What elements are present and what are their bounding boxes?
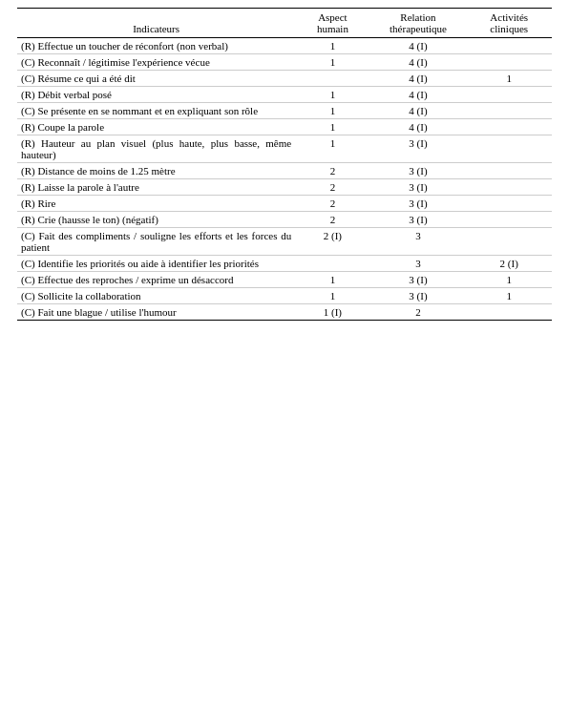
aspect-value: 2 (I) xyxy=(295,228,369,256)
indicateur-cell: (C) Résume ce qui a été dit xyxy=(17,71,295,87)
aspect-value: 1 xyxy=(295,87,369,103)
relation-value: 3 (I) xyxy=(370,272,467,288)
indicateur-cell: (C) Effectue des reproches / exprime un … xyxy=(17,272,295,288)
aspect-value: 2 xyxy=(295,212,369,228)
table-row: (R) Crie (hausse le ton) (négatif)23 (I) xyxy=(17,212,552,228)
aspect-value: 2 xyxy=(295,163,369,179)
activites-value xyxy=(466,38,552,54)
relation-header: Relation thérapeutique xyxy=(370,9,467,38)
aspect-value: 1 xyxy=(295,103,369,119)
indicateur-cell: (R) Laisse la parole à l'autre xyxy=(17,179,295,196)
indicateur-cell: (R) Débit verbal posé xyxy=(17,87,295,103)
table-row: (R) Coupe la parole14 (I) xyxy=(17,119,552,135)
main-container: Indicateurs Aspect humain Relation théra… xyxy=(17,8,552,321)
data-table: Indicateurs Aspect humain Relation théra… xyxy=(17,8,552,321)
activites-value: 1 xyxy=(466,288,552,304)
activites-value xyxy=(466,228,552,256)
indicateur-cell: (R) Effectue un toucher de réconfort (no… xyxy=(17,38,295,54)
indicateur-cell: (C) Fait une blague / utilise l'humour xyxy=(17,304,295,321)
indicateur-cell: (R) Crie (hausse le ton) (négatif) xyxy=(17,212,295,228)
activites-value: 1 xyxy=(466,71,552,87)
aspect-value xyxy=(295,71,369,87)
aspect-value: 1 xyxy=(295,119,369,135)
indicateur-cell: (C) Reconnaît / légitimise l'expérience … xyxy=(17,54,295,71)
activites-value xyxy=(466,135,552,163)
relation-value: 3 xyxy=(370,256,467,272)
relation-value: 4 (I) xyxy=(370,54,467,71)
indicateur-cell: (R) Hauteur au plan visuel (plus haute, … xyxy=(17,135,295,163)
aspect-value: 1 xyxy=(295,272,369,288)
activites-value xyxy=(466,196,552,212)
aspect-value: 2 xyxy=(295,179,369,196)
aspect-header: Aspect humain xyxy=(295,9,369,38)
relation-value: 3 (I) xyxy=(370,212,467,228)
relation-value: 4 (I) xyxy=(370,119,467,135)
relation-value: 3 (I) xyxy=(370,288,467,304)
aspect-value: 1 xyxy=(295,54,369,71)
table-row: (C) Reconnaît / légitimise l'expérience … xyxy=(17,54,552,71)
activites-header: Activités cliniques xyxy=(466,9,552,38)
activites-value: 2 (I) xyxy=(466,256,552,272)
aspect-value: 1 xyxy=(295,135,369,163)
table-row: (C) Identifie les priorités ou aide à id… xyxy=(17,256,552,272)
indicateur-cell: (C) Identifie les priorités ou aide à id… xyxy=(17,256,295,272)
relation-value: 4 (I) xyxy=(370,38,467,54)
table-row: (R) Rire23 (I) xyxy=(17,196,552,212)
table-row: (R) Laisse la parole à l'autre23 (I) xyxy=(17,179,552,196)
activites-value xyxy=(466,179,552,196)
table-row: (C) Effectue des reproches / exprime un … xyxy=(17,272,552,288)
aspect-value: 1 (I) xyxy=(295,304,369,321)
relation-value: 4 (I) xyxy=(370,103,467,119)
activites-value xyxy=(466,87,552,103)
activites-value xyxy=(466,212,552,228)
table-row: (C) Se présente en se nommant et en expl… xyxy=(17,103,552,119)
indicateurs-header: Indicateurs xyxy=(17,9,295,38)
relation-value: 4 (I) xyxy=(370,87,467,103)
aspect-value xyxy=(295,256,369,272)
table-row: (R) Débit verbal posé14 (I) xyxy=(17,87,552,103)
activites-value: 1 xyxy=(466,272,552,288)
indicateur-cell: (C) Sollicite la collaboration xyxy=(17,288,295,304)
relation-value: 3 (I) xyxy=(370,135,467,163)
relation-value: 4 (I) xyxy=(370,71,467,87)
activites-value xyxy=(466,163,552,179)
relation-value: 3 (I) xyxy=(370,179,467,196)
table-row: (R) Effectue un toucher de réconfort (no… xyxy=(17,38,552,54)
indicateur-cell: (C) Se présente en se nommant et en expl… xyxy=(17,103,295,119)
relation-value: 3 xyxy=(370,228,467,256)
aspect-value: 2 xyxy=(295,196,369,212)
activites-value xyxy=(466,103,552,119)
relation-value: 3 (I) xyxy=(370,196,467,212)
indicateur-cell: (R) Coupe la parole xyxy=(17,119,295,135)
table-row: (C) Résume ce qui a été dit4 (I)1 xyxy=(17,71,552,87)
aspect-value: 1 xyxy=(295,38,369,54)
table-row: (C) Fait une blague / utilise l'humour1 … xyxy=(17,304,552,321)
activites-value xyxy=(466,119,552,135)
table-row: (C) Sollicite la collaboration13 (I)1 xyxy=(17,288,552,304)
relation-value: 2 xyxy=(370,304,467,321)
indicateur-cell: (C) Fait des compliments / souligne les … xyxy=(17,228,295,256)
table-row: (C) Fait des compliments / souligne les … xyxy=(17,228,552,256)
table-row: (R) Distance de moins de 1.25 mètre23 (I… xyxy=(17,163,552,179)
table-row: (R) Hauteur au plan visuel (plus haute, … xyxy=(17,135,552,163)
indicateur-cell: (R) Distance de moins de 1.25 mètre xyxy=(17,163,295,179)
activites-value xyxy=(466,304,552,321)
aspect-value: 1 xyxy=(295,288,369,304)
activites-value xyxy=(466,54,552,71)
relation-value: 3 (I) xyxy=(370,163,467,179)
header-row: Indicateurs Aspect humain Relation théra… xyxy=(17,9,552,38)
indicateur-cell: (R) Rire xyxy=(17,196,295,212)
